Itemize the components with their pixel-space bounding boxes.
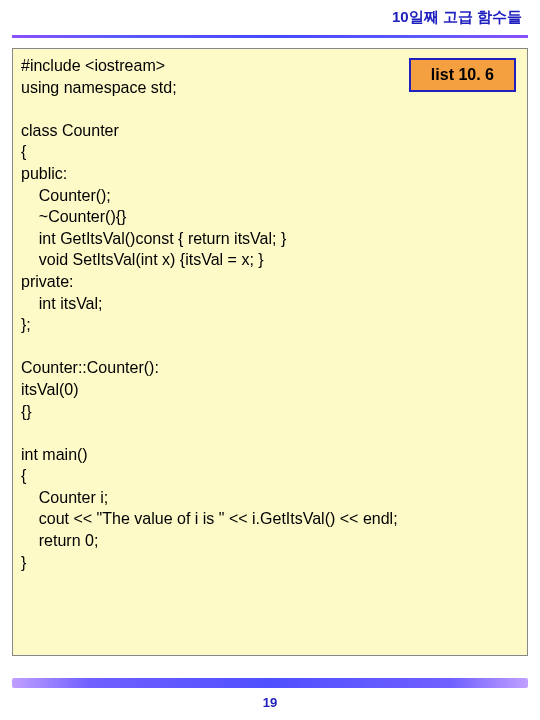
page-number: 19	[0, 695, 540, 710]
listing-label: list 10. 6	[409, 58, 516, 92]
footer-bar	[12, 678, 528, 688]
slide-header: 10일째 고급 함수들	[0, 0, 540, 31]
code-box: #include <iostream> using namespace std;…	[12, 48, 528, 656]
header-title: 10일째 고급 함수들	[392, 8, 522, 25]
top-divider	[12, 35, 528, 38]
slide-body: #include <iostream> using namespace std;…	[12, 48, 528, 656]
